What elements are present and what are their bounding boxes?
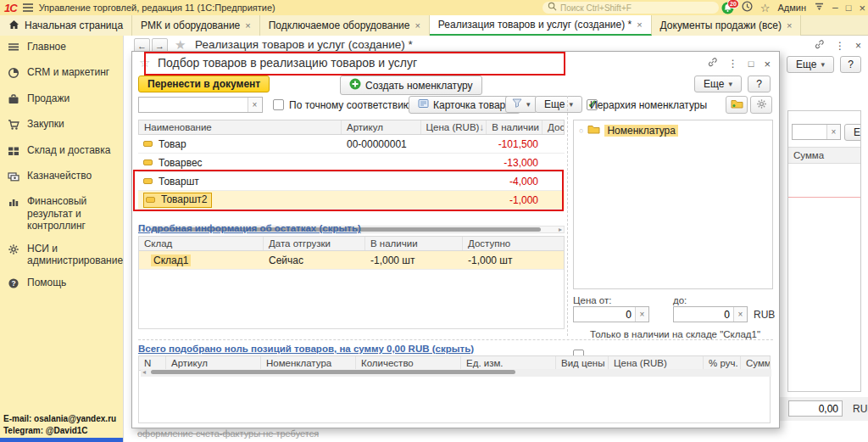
- column-header[interactable]: Количество: [356, 356, 461, 370]
- column-header[interactable]: Склад: [139, 237, 264, 250]
- sidebar-item-finance[interactable]: Финансовый результат и контроллинг: [0, 190, 123, 237]
- column-header[interactable]: Доступно: [463, 237, 564, 250]
- dialog-more-button[interactable]: Еще ▾: [694, 76, 742, 92]
- scroll-left-icon[interactable]: ◂: [142, 368, 146, 376]
- sidebar-item-treasury[interactable]: Казначейство: [0, 165, 123, 190]
- search-input[interactable]: [560, 3, 696, 13]
- tab-close-icon[interactable]: ×: [787, 20, 792, 31]
- clear-icon[interactable]: ×: [248, 98, 261, 112]
- price-from-field[interactable]: ×: [573, 306, 649, 322]
- product-search-field[interactable]: ×: [138, 97, 263, 113]
- sidebar-item-admin[interactable]: НСИ и администрирование: [0, 238, 123, 272]
- close-dialog-icon[interactable]: ×: [764, 58, 771, 70]
- column-header[interactable]: Сумм...: [741, 356, 770, 370]
- more-dots-icon[interactable]: ⋮: [728, 58, 738, 70]
- clear-icon[interactable]: ×: [826, 125, 840, 139]
- dialog-star-icon[interactable]: ☆: [139, 55, 150, 70]
- product-row[interactable]: Товаршт -4,000: [138, 172, 565, 191]
- maximize-dialog-icon[interactable]: □: [748, 59, 754, 69]
- main-menu-icon[interactable]: [23, 3, 33, 12]
- link-icon[interactable]: [707, 57, 718, 70]
- warehouse-only-label[interactable]: Только в наличии на складе "Склад1": [590, 329, 760, 339]
- column-header-price[interactable]: Цена (RUB) ↓: [421, 120, 487, 134]
- price-from-input[interactable]: [574, 307, 635, 322]
- column-header[interactable]: % руч.: [704, 356, 741, 370]
- document-help-button[interactable]: ?: [840, 56, 861, 73]
- global-search[interactable]: [542, 2, 719, 14]
- product-name: Товаршт: [159, 176, 199, 187]
- folder-button[interactable]: [726, 96, 748, 114]
- connection-icon[interactable]: [814, 2, 825, 14]
- price-to-field[interactable]: ×: [673, 306, 748, 322]
- home-icon: [8, 20, 19, 32]
- dialog-help-button[interactable]: ?: [748, 76, 771, 92]
- column-header[interactable]: Артикул: [342, 120, 421, 134]
- tab-equipment[interactable]: Подключаемое оборудование ×: [260, 15, 430, 36]
- panel-separator[interactable]: [567, 96, 568, 336]
- items-filter-field[interactable]: ×: [792, 124, 841, 140]
- maximize-button[interactable]: □: [846, 3, 852, 13]
- selection-scrollbar[interactable]: ◂: [141, 369, 771, 377]
- stock-row[interactable]: Склад1 Сейчас -1,000 шт -1,000 шт: [139, 251, 564, 270]
- column-header[interactable]: В наличии: [487, 120, 542, 134]
- create-item-button[interactable]: Создать номенклатуру: [340, 76, 482, 95]
- sidebar-item-help[interactable]: ? Помощь: [0, 271, 123, 297]
- transfer-to-document-button[interactable]: Перенести в документ: [138, 76, 270, 92]
- settings-button[interactable]: [750, 96, 772, 114]
- scrollbar-thumb[interactable]: [151, 370, 515, 374]
- items-more-button[interactable]: Еще ▾: [844, 124, 861, 141]
- tab-home[interactable]: Начальная страница: [0, 15, 132, 36]
- hierarchy-label[interactable]: Иерархия номенклатуры: [590, 99, 707, 111]
- sidebar-item-crm[interactable]: CRM и маркетинг: [0, 61, 123, 87]
- product-row[interactable]: Товар 00-00000001 -101,500: [138, 135, 565, 154]
- expander-icon[interactable]: ○: [579, 126, 583, 135]
- selection-summary-link[interactable]: Всего подобрано ноль позиций товаров, на…: [138, 344, 474, 354]
- close-document-icon[interactable]: ×: [855, 40, 861, 52]
- price-to-input[interactable]: [674, 307, 733, 322]
- sidebar-item-sales[interactable]: Продажи: [0, 87, 123, 113]
- product-row-selected[interactable]: Товаршт2 -1,000: [138, 191, 565, 210]
- close-button[interactable]: ×: [859, 3, 865, 14]
- minimize-button[interactable]: –: [832, 3, 838, 13]
- column-header[interactable]: Дата отгрузки: [264, 237, 365, 250]
- tab-close-icon[interactable]: ×: [415, 20, 420, 31]
- history-icon[interactable]: [742, 1, 753, 14]
- link-icon[interactable]: [814, 39, 825, 53]
- product-row[interactable]: Товарвес -13,000: [138, 154, 565, 172]
- column-header[interactable]: Наименование: [139, 120, 342, 134]
- tab-sales-documents-list[interactable]: Документы продажи (все) ×: [652, 15, 802, 36]
- stock-info-link[interactable]: Подробная информация об остатках (скрыть…: [138, 223, 361, 233]
- exact-match-label[interactable]: По точному соответствию: [289, 99, 411, 111]
- column-header[interactable]: Вид цены: [556, 356, 609, 370]
- clear-icon[interactable]: ×: [635, 307, 648, 322]
- clear-icon[interactable]: ×: [733, 307, 747, 322]
- more-dots-icon[interactable]: ⋮: [835, 40, 845, 52]
- column-header[interactable]: Дос...: [542, 120, 564, 134]
- favorites-icon[interactable]: ☆: [760, 3, 771, 14]
- tab-close-icon[interactable]: ×: [637, 20, 642, 30]
- notifications-icon[interactable]: 20: [721, 2, 734, 14]
- tree-root-row[interactable]: ○ Номенклатура: [574, 120, 772, 140]
- product-selection-dialog: ☆ Подбор товаров в реализацию товаров и …: [131, 51, 780, 428]
- column-header[interactable]: Артикул: [166, 356, 261, 370]
- document-more-button[interactable]: Еще ▾: [787, 56, 834, 73]
- current-user[interactable]: Админ: [778, 3, 807, 13]
- sidebar-item-label: Финансовый результат и контроллинг: [27, 195, 118, 232]
- filter-more-button[interactable]: Еще ▾: [535, 96, 582, 113]
- column-header[interactable]: Ед. изм.: [461, 356, 556, 370]
- tab-close-icon[interactable]: ×: [245, 20, 250, 31]
- filter-button[interactable]: ▾: [505, 96, 537, 113]
- column-header[interactable]: Цена (RUB): [609, 356, 704, 370]
- sidebar-item-purchases[interactable]: Закупки: [0, 113, 123, 138]
- tab-sales-document[interactable]: Реализация товаров и услуг (создание) * …: [430, 15, 652, 36]
- items-filter-input[interactable]: [793, 125, 826, 139]
- scroll-right-icon[interactable]: ▸: [559, 226, 562, 233]
- column-header[interactable]: В наличии: [365, 237, 463, 250]
- exact-match-checkbox[interactable]: [273, 99, 284, 110]
- column-header[interactable]: Номенклатура: [261, 356, 356, 370]
- product-search-input[interactable]: [139, 98, 248, 112]
- sidebar-item-main[interactable]: Главное: [0, 36, 123, 61]
- tab-rmk[interactable]: РМК и оборудование ×: [132, 15, 260, 36]
- sidebar-item-warehouse[interactable]: Склад и доставка: [0, 139, 123, 165]
- product-card-button[interactable]: Карточка товара: [409, 96, 520, 114]
